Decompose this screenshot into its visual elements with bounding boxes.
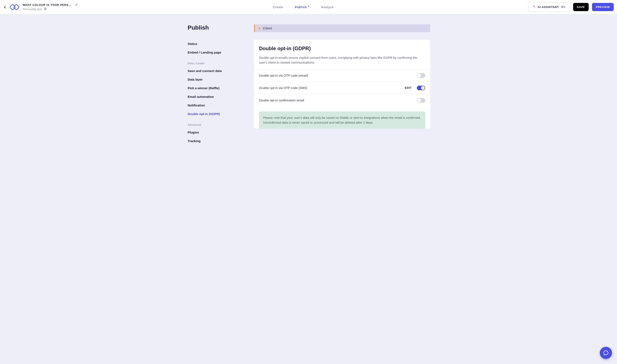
toggle-confirmation-email[interactable] — [417, 98, 425, 103]
sidebar-item-embed[interactable]: Embed / Landing page — [188, 48, 249, 57]
sidebar-item-status[interactable]: Status — [188, 39, 249, 48]
content-area: Edited Double opt-in (GDPR) Double opt-i… — [254, 24, 430, 145]
sparkle-icon — [532, 5, 536, 9]
project-title: WHAT COLOUR IS YOUR PERSONA… — [23, 3, 73, 7]
sidebar: Publish Status Embed / Landing page Data… — [187, 24, 249, 145]
header-actions: AI ASSISTANT ⌘K SAVE PREVIEW — [528, 2, 614, 12]
double-opt-in-card: Double opt-in (GDPR) Double opt-in email… — [254, 40, 430, 129]
sidebar-item-save-connect[interactable]: Save and connect data — [188, 66, 249, 75]
edit-otp-sms-button[interactable]: EDIT — [405, 86, 412, 90]
card-title: Double opt-in (GDPR) — [259, 46, 425, 52]
back-chevron-icon[interactable] — [3, 5, 7, 9]
tab-analyze[interactable]: Analyze — [321, 5, 334, 9]
sidebar-item-data-layer[interactable]: Data layer — [188, 75, 249, 84]
card-description: Double opt-in emails ensure explicit con… — [259, 55, 425, 65]
header-nav: Create Publish * Analyze — [78, 5, 528, 9]
svg-rect-1 — [13, 4, 19, 10]
project-type: Personality quiz — [23, 8, 42, 11]
svg-rect-3 — [45, 8, 45, 10]
main-content: Publish Status Embed / Landing page Data… — [187, 14, 430, 162]
row-confirmation-email: Double opt-in confirmation email — [254, 94, 430, 106]
dirty-indicator-icon: * — [308, 5, 309, 9]
ai-assistant-label: AI ASSISTANT — [538, 5, 559, 9]
header-left: WHAT COLOUR IS YOUR PERSONA… Personality… — [3, 3, 78, 11]
sidebar-item-double-opt-in[interactable]: Double opt-in (GDPR) — [188, 110, 249, 118]
save-button[interactable]: SAVE — [573, 3, 589, 11]
ai-shortcut: ⌘K — [561, 5, 566, 9]
status-text: Edited — [263, 26, 272, 30]
tab-publish[interactable]: Publish * — [295, 5, 309, 9]
sidebar-item-notification[interactable]: Notification — [188, 101, 249, 110]
sidebar-item-plugins[interactable]: Plugins — [188, 128, 249, 137]
row-otp-sms: Double opt-in via OTP code (SMS) EDIT — [254, 82, 430, 94]
info-icon[interactable] — [44, 7, 47, 11]
sidebar-group-data-leads: Data / Leads — [188, 57, 249, 66]
preview-button[interactable]: PREVIEW — [592, 3, 614, 11]
sidebar-item-email-automation[interactable]: Email automation — [188, 92, 249, 101]
sidebar-item-tracking[interactable]: Tracking — [188, 137, 249, 145]
page-title: Publish — [188, 24, 249, 31]
svg-rect-0 — [10, 4, 15, 10]
sidebar-item-raffle[interactable]: Pick a winner (Raffle) — [188, 84, 249, 92]
ai-assistant-button[interactable]: AI ASSISTANT ⌘K — [528, 2, 570, 12]
tab-publish-label: Publish — [295, 5, 307, 9]
tab-create[interactable]: Create — [273, 5, 283, 9]
status-banner: Edited — [254, 24, 430, 32]
row-otp-email-label: Double opt-in via OTP code (email) — [259, 74, 308, 77]
toggle-otp-email[interactable] — [417, 73, 425, 78]
note-text: Please note that your user's data will o… — [263, 115, 421, 125]
row-otp-email: Double opt-in via OTP code (email) — [254, 69, 430, 82]
app-header: WHAT COLOUR IS YOUR PERSONA… Personality… — [0, 0, 617, 14]
sidebar-group-advanced: Advanced — [188, 118, 249, 128]
title-block: WHAT COLOUR IS YOUR PERSONA… Personality… — [23, 3, 78, 11]
card-header: Double opt-in (GDPR) Double opt-in email… — [254, 40, 430, 69]
edit-title-icon[interactable] — [75, 3, 78, 7]
status-dot-icon — [259, 27, 260, 29]
toggle-otp-sms[interactable] — [417, 86, 425, 90]
row-otp-sms-label: Double opt-in via OTP code (SMS) — [259, 86, 308, 90]
app-logo[interactable] — [9, 3, 20, 11]
row-confirmation-email-label: Double opt-in confirmation email — [259, 98, 304, 102]
note-box: Please note that your user's data will o… — [259, 111, 425, 129]
